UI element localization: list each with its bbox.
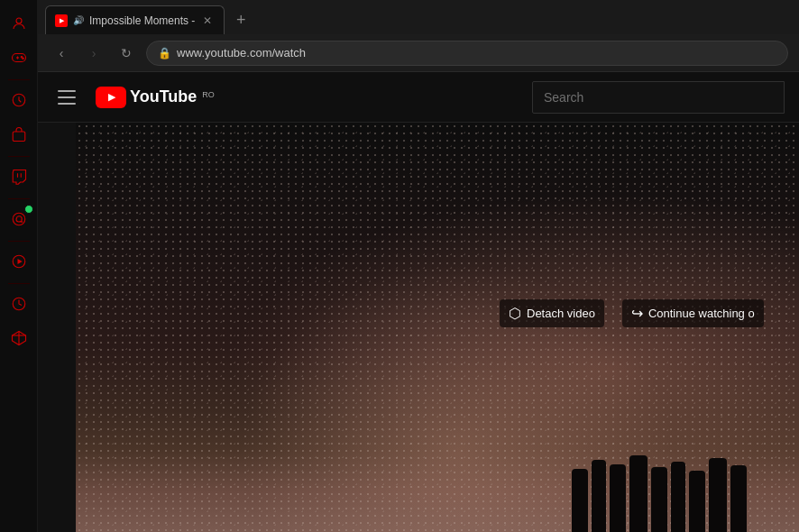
youtube-header: YouTube RO Search [38, 72, 799, 123]
address-bar[interactable]: 🔒 www.youtube.com/watch [146, 41, 788, 66]
video-area[interactable]: ⬡ Detach video ↪ Continue watching o [76, 123, 799, 532]
continue-label: Continue watching o [648, 307, 755, 320]
cube-icon[interactable] [3, 322, 35, 354]
browser-window: 🔊 Impossible Moments - ✕ + ‹ › ↻ 🔒 www.y… [38, 0, 799, 532]
circle-play-icon[interactable] [3, 245, 35, 278]
profile-icon[interactable] [3, 7, 35, 40]
silhouette-7 [689, 471, 705, 532]
whatsapp-icon[interactable] [3, 203, 35, 235]
menu-line-1 [58, 90, 76, 92]
divider-5 [8, 283, 30, 284]
divider-2 [8, 156, 30, 157]
back-button[interactable]: ‹ [49, 41, 74, 66]
divider-4 [8, 241, 30, 242]
tab-favicon-youtube [55, 14, 68, 27]
menu-line-2 [58, 96, 76, 98]
youtube-logo-text: YouTube [130, 87, 197, 106]
svg-marker-12 [17, 259, 22, 264]
tab-title: Impossible Moments - [89, 14, 195, 27]
search-placeholder: Search [544, 90, 583, 105]
tab-close-button[interactable]: ✕ [200, 14, 215, 28]
silhouette-1 [572, 469, 588, 532]
search-bar[interactable]: Search [532, 81, 785, 114]
youtube-logo[interactable]: YouTube RO [96, 87, 215, 108]
silhouette-6 [671, 462, 685, 532]
tab-audio-icon: 🔊 [73, 15, 84, 26]
svg-point-5 [22, 58, 23, 60]
youtube-region-badge: RO [202, 90, 215, 99]
svg-point-10 [13, 213, 25, 225]
silhouette-8 [709, 458, 727, 532]
forward-button[interactable]: › [81, 41, 106, 66]
whatsapp-badge [24, 205, 33, 214]
video-overlay-bar: ⬡ Detach video ↪ Continue watching o [500, 299, 764, 327]
history-icon[interactable] [3, 84, 35, 116]
clock-icon[interactable] [3, 288, 35, 320]
lock-icon: 🔒 [158, 47, 171, 60]
new-tab-button[interactable]: + [228, 7, 253, 32]
reload-button[interactable]: ↻ [114, 41, 139, 66]
bag-icon[interactable] [3, 118, 35, 151]
sidebar [0, 0, 38, 532]
tab-bar: 🔊 Impossible Moments - ✕ + [38, 0, 799, 34]
tab-youtube[interactable]: 🔊 Impossible Moments - ✕ [45, 5, 225, 34]
continue-watching-button[interactable]: ↪ Continue watching o [622, 299, 764, 327]
nav-bar: ‹ › ↻ 🔒 www.youtube.com/watch [38, 34, 799, 72]
svg-point-0 [16, 18, 22, 23]
silhouette-3 [610, 464, 626, 532]
detach-video-button[interactable]: ⬡ Detach video [500, 299, 604, 327]
menu-line-3 [58, 103, 76, 105]
youtube-logo-icon [96, 87, 126, 108]
silhouette-9 [730, 465, 747, 532]
continue-icon: ↪ [631, 305, 643, 322]
svg-point-4 [21, 57, 23, 59]
menu-button[interactable] [52, 83, 81, 112]
gamepad-icon[interactable] [3, 41, 35, 74]
detach-label: Detach video [527, 307, 595, 320]
twitch-icon[interactable] [3, 161, 35, 193]
silhouette-4 [629, 455, 647, 532]
silhouettes-group [572, 455, 747, 532]
silhouette-2 [592, 460, 606, 532]
svg-rect-7 [13, 132, 25, 142]
divider-1 [8, 79, 30, 80]
silhouette-5 [651, 467, 667, 532]
detach-icon: ⬡ [509, 305, 521, 322]
video-scene [76, 123, 799, 532]
url-text: www.youtube.com/watch [177, 46, 776, 60]
divider-3 [8, 198, 30, 199]
